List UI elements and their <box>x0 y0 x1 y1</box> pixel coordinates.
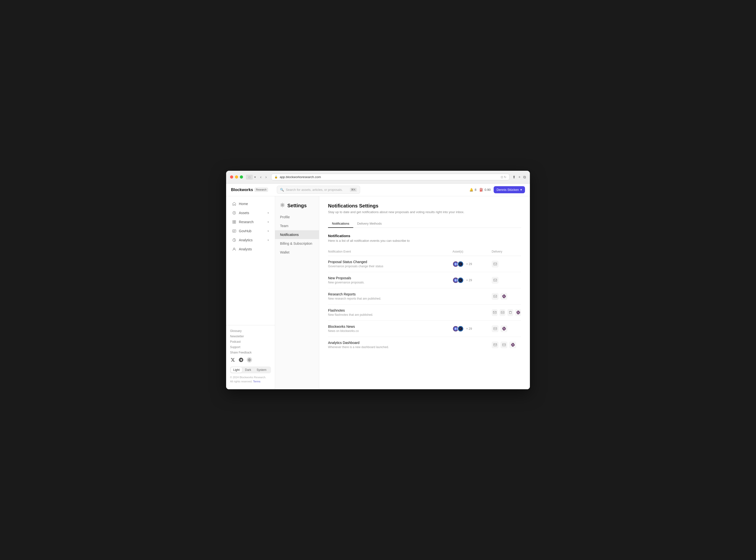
inbox-delivery-icon[interactable] <box>499 309 505 316</box>
settings-icon <box>280 203 285 209</box>
section-subtitle: Here is a list of all notification event… <box>328 239 521 242</box>
new-tab-button[interactable]: ＋ <box>518 175 521 179</box>
content-title: Notifications Settings <box>328 203 521 209</box>
notif-delivery <box>492 277 521 284</box>
settings-nav-billing[interactable]: Billing & Subscription <box>275 239 319 248</box>
asset-count: + 29 <box>466 262 472 266</box>
theme-system-button[interactable]: System <box>254 367 269 373</box>
address-bar[interactable]: 🔒 app.blockworksresearch.com ⊡ ↻ <box>271 174 510 180</box>
terms-link[interactable]: Terms <box>253 380 260 383</box>
email-delivery-icon[interactable] <box>492 309 498 316</box>
tabs-button[interactable]: ⧉ <box>523 175 526 179</box>
notif-event-analytics-dashboard: Analytics Dashboard Whenever there is a … <box>328 341 453 349</box>
notifications-section: Notifications Here is a list of all noti… <box>328 234 521 353</box>
notif-count: 8 <box>475 188 476 192</box>
tab-icon: □ <box>246 175 253 180</box>
settings-nav-team[interactable]: Team <box>275 221 319 230</box>
social-icons <box>230 355 271 364</box>
event-title: Blockworks News <box>328 325 453 328</box>
col-header-delivery: Delivery <box>492 250 521 253</box>
notif-event-research-reports: Research Reports New research reports th… <box>328 292 453 300</box>
event-desc: Whenever there is a new dashboard launch… <box>328 345 453 349</box>
sidebar-item-analysts[interactable]: Analysts <box>228 245 273 254</box>
inbox-delivery-icon[interactable] <box>492 293 499 300</box>
inbox-delivery-icon[interactable] <box>492 325 499 332</box>
search-kbd: ⌘K <box>350 188 357 192</box>
chevron-down-icon: ▾ <box>267 212 269 215</box>
sidebar-item-research[interactable]: Research ▾ <box>228 218 273 226</box>
sidebar-item-analytics[interactable]: Analytics ▾ <box>228 236 273 244</box>
settings-nav-notifications[interactable]: Notifications <box>275 230 319 239</box>
sidebar-item-assets[interactable]: Assets ▾ <box>228 208 273 217</box>
event-desc: New governance proposals. <box>328 281 453 284</box>
content-area: Notifications Settings Stay up to date a… <box>319 196 530 389</box>
trash-delivery-icon[interactable] <box>508 309 513 316</box>
inbox-delivery-icon[interactable] <box>492 277 499 284</box>
maximize-button[interactable] <box>240 175 243 179</box>
theme-dark-button[interactable]: Dark <box>242 367 254 373</box>
theme-light-button[interactable]: Light <box>231 367 242 373</box>
telegram-icon[interactable] <box>238 357 244 363</box>
svg-rect-21 <box>501 312 504 314</box>
sidebar: Home Assets ▾ Research ▾ <box>226 196 275 389</box>
analysts-icon <box>232 247 236 251</box>
svg-rect-26 <box>494 344 497 346</box>
fuel-button[interactable]: ⛽ 0.90 <box>479 188 491 192</box>
newsletter-link[interactable]: Newsletter <box>230 334 271 339</box>
glossary-link[interactable]: Glossary <box>230 328 271 334</box>
notifications-button[interactable]: 🔔 8 <box>470 188 476 192</box>
sidebar-nav: Home Assets ▾ Research ▾ <box>226 199 275 323</box>
inbox-delivery-icon[interactable] <box>492 261 499 267</box>
table-header: Notification Event Asset(s) Delivery <box>328 247 521 256</box>
asset-count: + 29 <box>466 327 472 331</box>
email-delivery-icon[interactable] <box>492 341 499 348</box>
svg-rect-19 <box>494 295 497 298</box>
forward-button[interactable]: › <box>264 175 268 180</box>
web-icon[interactable] <box>247 357 252 363</box>
sidebar-item-label: Assets <box>239 211 249 215</box>
tab-notifications[interactable]: Notifications <box>328 220 353 228</box>
notif-event-blockworks-news: Blockworks News News on blockworks.co <box>328 325 453 333</box>
search-placeholder: Search for assets, articles, or proposal… <box>286 188 343 192</box>
table-row: Analytics Dashboard Whenever there is a … <box>328 337 521 353</box>
table-row: Blockworks News News on blockworks.co A <box>328 321 521 337</box>
slack-delivery-icon[interactable] <box>509 341 516 348</box>
inbox-delivery-icon[interactable] <box>500 341 508 348</box>
lock-icon: 🔒 <box>274 175 278 179</box>
bell-icon: 🔔 <box>470 188 473 192</box>
minimize-button[interactable] <box>235 175 238 179</box>
close-button[interactable] <box>230 175 233 179</box>
slack-delivery-icon[interactable] <box>500 325 508 332</box>
slack-delivery-icon[interactable] <box>500 293 508 300</box>
content-subtitle: Stay up to date and get notifications ab… <box>328 210 521 214</box>
search-bar[interactable]: 🔍 Search for assets, articles, or propos… <box>277 186 360 194</box>
svg-text:A: A <box>460 328 461 329</box>
sidebar-item-govhub[interactable]: GovHub ▾ <box>228 226 273 235</box>
user-chevron-icon: ▾ <box>520 188 522 192</box>
sidebar-item-label: Analytics <box>239 238 253 242</box>
settings-nav: Settings Profile Team Notifications Bill… <box>275 196 319 389</box>
notif-delivery <box>492 261 521 267</box>
twitter-icon[interactable] <box>230 357 235 363</box>
back-button[interactable]: ‹ <box>259 175 263 180</box>
section-title: Notifications <box>328 234 521 238</box>
table-row: Flashnotes New flashnotes that are publi… <box>328 304 521 321</box>
tab-delivery-methods[interactable]: Delivery Methods <box>353 220 385 228</box>
url-text: app.blockworksresearch.com <box>280 175 321 179</box>
fuel-icon: ⛽ <box>479 188 483 192</box>
user-menu-button[interactable]: Dennis Stücken ▾ <box>494 186 525 193</box>
podcast-link[interactable]: Podcast <box>230 339 271 344</box>
research-icon <box>232 220 236 224</box>
slack-delivery-icon[interactable] <box>515 309 521 316</box>
tab-chevron[interactable]: ▾ <box>254 175 256 179</box>
settings-nav-wallet[interactable]: Wallet <box>275 248 319 257</box>
browser-tabs: □ ▾ <box>246 175 256 180</box>
asset-avatars: A <box>453 325 464 332</box>
settings-nav-profile[interactable]: Profile <box>275 213 319 221</box>
support-link[interactable]: Support <box>230 344 271 350</box>
share-feedback-link[interactable]: Share Feedback <box>230 350 271 355</box>
reader-icon[interactable]: ⊡ ↻ <box>501 175 506 179</box>
share-button[interactable]: ⬆ <box>513 175 516 179</box>
asset-avatar-arb: A <box>457 325 464 332</box>
sidebar-item-home[interactable]: Home <box>228 199 273 208</box>
